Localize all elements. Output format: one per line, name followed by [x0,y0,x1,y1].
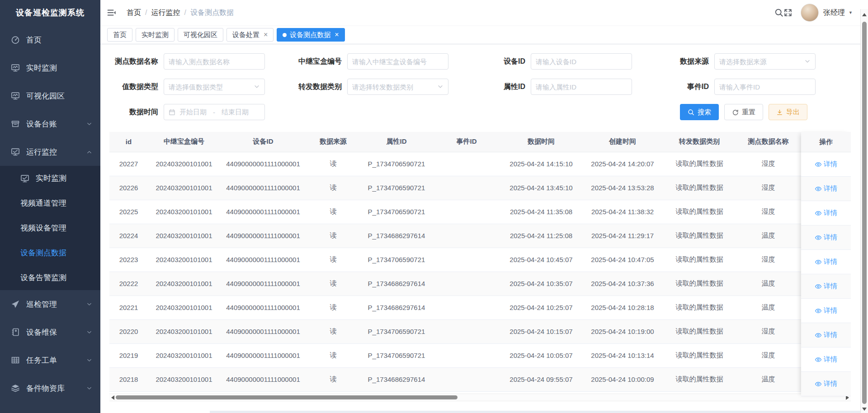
reset-button[interactable]: 重置 [724,104,763,120]
detail-link-label: 详情 [824,355,837,364]
navbar-right: 张经理 ▼ [765,4,853,22]
filter-device-id[interactable] [531,53,632,70]
breadcrumb-item[interactable]: 首页 [127,8,141,18]
tab-close-icon[interactable]: × [264,31,268,38]
detail-link[interactable]: 详情 [815,184,837,193]
filter-forward-type-input[interactable] [352,83,437,91]
vertical-scrollbar[interactable] [860,9,868,413]
tab-visual-park[interactable]: 可视化园区 [178,28,223,42]
tab-realtime-monitor[interactable]: 实时监测 [136,28,175,42]
filter-attr-id-input[interactable] [536,83,627,91]
filter-attr-id[interactable] [531,79,632,95]
filter-point-name[interactable] [164,53,265,70]
sidebar-item-home[interactable]: 首页 [0,26,100,54]
horizontal-scrollbar[interactable] [109,394,851,401]
search-button[interactable]: 搜索 [680,104,719,120]
col-header-data-source: 数据来源 [306,132,360,152]
detail-link[interactable]: 详情 [815,258,837,266]
sidebar-item-device-maintenance[interactable]: 设备维保 [0,318,100,346]
cell-event-id [433,319,500,343]
avatar[interactable] [801,4,819,22]
cell-create-time: 2025-04-24 10:28:18 [582,296,663,319]
sidebar-item-visual-park[interactable]: 可视化园区 [0,82,100,110]
filter-forward-type[interactable] [347,79,448,95]
detail-link[interactable]: 详情 [815,160,837,169]
scroll-down-arrow-icon[interactable] [862,408,867,411]
sidebar-subitem-sub-realtime-monitor[interactable]: 实时监测 [0,166,100,191]
chevron-down-icon [437,84,443,90]
table-row: 2021820240320010100144090000001111000001… [109,367,851,391]
detail-link[interactable]: 详情 [815,306,837,315]
vertical-scrollbar-thumb[interactable] [862,22,867,404]
cell-event-id [433,296,500,319]
export-button[interactable]: 导出 [769,104,807,120]
sidebar-item-task-orders[interactable]: 任务工单 [0,346,100,374]
sidebar-item-spare-parts[interactable]: 备件物资库 [0,374,100,402]
cell-event-id [433,176,500,200]
action-cell: 详情 [801,299,851,323]
detail-link[interactable]: 详情 [815,282,837,291]
table-row: 2021920240320010100144090000001111000001… [109,343,851,367]
filter-value-type[interactable] [164,79,265,95]
cell-id: 20223 [109,248,148,272]
fullscreen-icon[interactable] [783,8,793,17]
search-icon[interactable] [774,8,783,17]
sidebar-subitem-video-device[interactable]: 视频设备管理 [0,216,100,240]
bottom-band [210,411,868,413]
monitor-check-icon [20,174,29,183]
scroll-up-arrow-icon[interactable] [862,13,867,16]
detail-link-label: 详情 [824,258,837,266]
cell-forward-type: 读取的属性数据 [663,152,736,176]
action-cell: 详情 [801,225,851,250]
sidebar-item-realtime-monitor[interactable]: 实时监测 [0,54,100,82]
hamburger-icon[interactable] [107,8,117,18]
tab-close-icon[interactable]: × [335,31,339,38]
sidebar-subitem-device-alarm[interactable]: 设备告警监测 [0,265,100,290]
filter-event-id-input[interactable] [719,83,811,91]
sidebar-subitem-device-point-data[interactable]: 设备测点数据 [0,240,100,265]
cell-forward-type: 读取的属性数据 [663,319,736,343]
scroll-left-arrow-icon[interactable] [111,395,114,400]
detail-link[interactable]: 详情 [815,233,837,242]
filter-device-id-input[interactable] [536,58,627,66]
filter-relay-box-no[interactable] [347,53,448,70]
user-name[interactable]: 张经理 [823,8,845,18]
cell-id: 20226 [109,176,148,200]
detail-link[interactable]: 详情 [815,209,837,217]
filter-value-type-input[interactable] [169,83,254,91]
caret-down-icon[interactable]: ▼ [849,10,853,15]
cell-point-name: 湿度 [736,319,801,343]
detail-link[interactable]: 详情 [815,331,837,339]
cell-point-name: 温度 [736,272,801,296]
tab-home[interactable]: 首页 [107,28,132,42]
eye-icon [815,161,822,168]
filter-data-time[interactable]: 开始日期-结束日期 [164,104,265,120]
sidebar-item-device-ledger[interactable]: 设备台账 [0,110,100,138]
filter-relay-box-no-input[interactable] [352,58,443,66]
horizontal-scrollbar-thumb[interactable] [116,395,458,399]
filter-event-id[interactable] [714,79,816,95]
cell-attr-id: P_1734706590721 [360,176,433,200]
filter-data-source[interactable] [714,53,816,70]
tab-device-point-data[interactable]: 设备测点数据× [277,28,344,42]
breadcrumb-item[interactable]: 运行监控 [151,8,180,18]
end-date-placeholder[interactable]: 结束日期 [222,108,249,117]
start-date-placeholder[interactable]: 开始日期 [179,108,207,117]
detail-link[interactable]: 详情 [815,355,837,364]
tab-device-disposal[interactable]: 设备处置× [226,28,274,42]
eye-icon [815,332,822,339]
filter-data-source-input[interactable] [719,58,804,66]
cell-relay-box-no: 202403200101001 [148,224,220,248]
filter-label: 设备ID [478,57,525,66]
cell-point-name: 湿度 [736,343,801,367]
filter-field-forward-type: 转发数据类别 [295,79,478,95]
cell-data-time: 2025-04-24 10:45:07 [500,248,582,272]
eye-icon [815,380,822,388]
sidebar-item-inspection-management[interactable]: 巡检管理 [0,290,100,318]
sidebar-item-operation-monitor[interactable]: 运行监控 [0,138,100,166]
layers-icon [11,384,20,393]
filter-point-name-input[interactable] [169,58,260,66]
detail-link[interactable]: 详情 [815,380,837,388]
sidebar-subitem-video-channel[interactable]: 视频通道管理 [0,191,100,216]
eye-icon [815,258,822,266]
